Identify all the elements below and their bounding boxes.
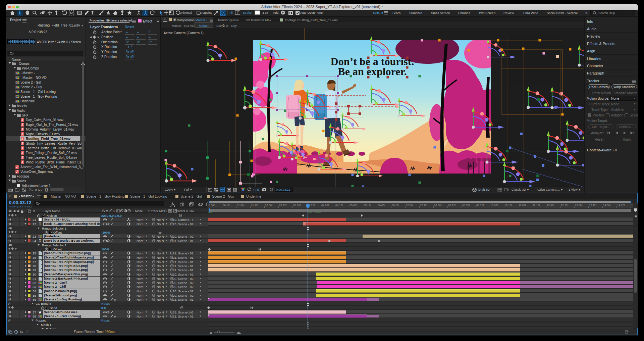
svg-text:Be an explorer.: Be an explorer. [338,65,407,78]
svg-text:fx: fx [114,298,116,301]
svg-text:fx: fx [114,315,116,318]
svg-text:fx: fx [113,209,115,213]
